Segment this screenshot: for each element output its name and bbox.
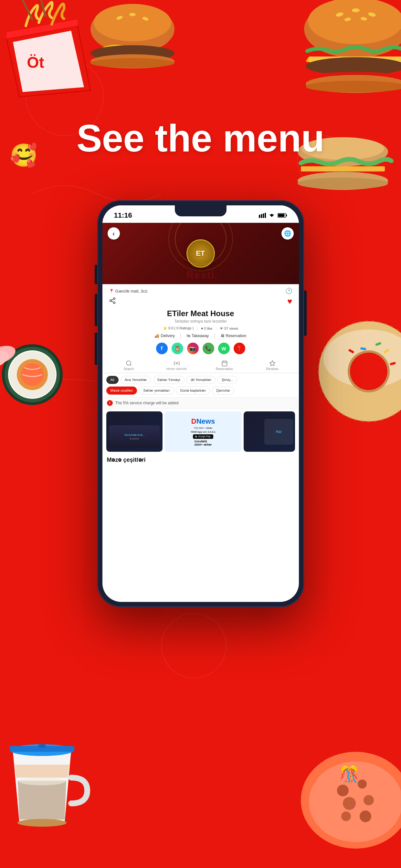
category-all[interactable]: All [106, 376, 119, 384]
restaurant-name: ETiler Meat House [109, 309, 292, 318]
tab-monyo-specials[interactable]: Monyo Specials [153, 358, 201, 373]
svg-point-79 [113, 298, 115, 300]
tab-search[interactable]: Search [105, 358, 153, 373]
reservation-badge: 🏛Reservation [221, 334, 247, 338]
service-badges: 🚚Delivery | 🛍Takeaway | 🏛Reservation [109, 333, 292, 339]
facebook-button[interactable]: f [156, 343, 168, 354]
category-gune-baslarken[interactable]: Günə başlarkən [176, 386, 210, 395]
status-time: 11:16 [114, 211, 132, 220]
section-title: Məzə çeşitləri [103, 454, 299, 465]
phone-button[interactable]: 📞 [203, 343, 214, 354]
back-button[interactable]: ‹ [108, 227, 120, 240]
ad-banner: Tənzimlənmə... ● Active DNews 700,000+ X… [103, 409, 299, 454]
heart-button[interactable]: ♥ [287, 297, 292, 306]
tab-reviews[interactable]: Reviews [249, 358, 296, 373]
category-saher-yemeyi[interactable]: Səhər Yеməyi [153, 376, 185, 384]
instagram-button[interactable]: 📷 [187, 343, 199, 354]
category-row-2: Məzə çeşitləri Səhər yemakları Günə başl… [103, 385, 299, 397]
svg-point-81 [113, 302, 115, 304]
svg-rect-74 [263, 213, 264, 218]
nav-tabs: Search Monyo Specials Reservation [103, 358, 299, 373]
ad-card-1[interactable]: Tənzimlənmə... ● Active [106, 411, 163, 452]
hero-text: See the menu [77, 116, 324, 160]
tab-reservation[interactable]: Reservation [201, 358, 249, 373]
globe-button[interactable]: 🌐 [282, 227, 294, 240]
restaurant-header-image: ET ‹ 🌐 Resti [103, 223, 299, 284]
clock-icon: 🕐 [285, 287, 292, 294]
location-text: 📍 Gənclik mall, 3cü [109, 289, 148, 293]
share-button[interactable] [109, 297, 116, 306]
delivery-badge: 🚚Delivery [154, 334, 174, 338]
restaurant-info-section: 📍 Gənclik mall, 3cü 🕐 [103, 284, 299, 354]
svg-line-85 [130, 365, 131, 366]
svg-rect-78 [278, 214, 284, 217]
category-saher-yemaklari[interactable]: Səhər yemakları [139, 386, 174, 395]
restaurant-subtitle: Tarladan sofraya taze lezzetler [109, 319, 292, 323]
category-et-yemekleri[interactable]: Ət Yemakləri [187, 376, 216, 384]
whatsapp-button[interactable]: W [218, 343, 230, 354]
takeaway-badge: 🛍Takeaway [187, 334, 209, 338]
svg-marker-91 [269, 361, 275, 366]
svg-rect-77 [286, 214, 287, 216]
svg-point-84 [126, 361, 131, 365]
service-charge-notice: ! The 5% service charge will be added [103, 397, 299, 409]
svg-rect-73 [261, 214, 262, 218]
location-button[interactable]: 📍 [234, 343, 245, 354]
ad-card-3[interactable]: App [244, 411, 295, 452]
svg-rect-87 [222, 361, 227, 366]
svg-point-86 [176, 363, 177, 364]
svg-rect-72 [259, 215, 260, 218]
status-bar: 11:16 [103, 206, 299, 223]
tripadvisor-button[interactable]: 🦉 [172, 343, 183, 354]
category-row-1: All Ana Yemeklər Səhər Yеməyi Ət Yemaklə… [103, 373, 299, 385]
svg-line-82 [111, 301, 113, 302]
svg-line-83 [111, 299, 113, 300]
category-qarnirlар[interactable]: Qarnırlar [212, 386, 234, 395]
svg-rect-75 [265, 213, 266, 218]
category-ana-yemekler[interactable]: Ana Yemeklər [120, 376, 151, 384]
ad-card-2[interactable]: DNews 700,000+ Xəbər YENİ App ver 2.0.0.… [165, 411, 241, 452]
phone-mockup: 11:16 [97, 200, 304, 607]
category-meze[interactable]: Məzə çeşitləri [106, 386, 137, 395]
svg-point-2 [162, 614, 226, 678]
social-icons-row: f 🦉 📷 📞 W 📍 [109, 343, 292, 354]
rating-row: ⭐ 0.0 ( 0 Ratings ) | ♥ 0 like | 👁 57 vi… [109, 326, 292, 330]
svg-point-80 [110, 300, 112, 302]
category-sirniy[interactable]: Şirniу... [218, 376, 237, 384]
